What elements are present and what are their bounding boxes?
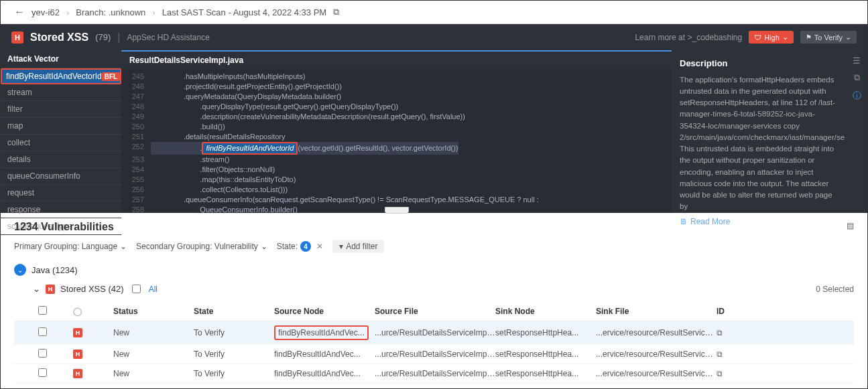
cell-state: To Verify	[194, 349, 274, 359]
state-filter-count: 4	[300, 241, 311, 252]
attack-vector-item[interactable]: filter	[1, 101, 121, 118]
flag-icon: ⚑	[806, 33, 812, 41]
attack-vector-item[interactable]: map	[1, 118, 121, 135]
severity-shield-icon: H	[73, 369, 82, 378]
header-state[interactable]: State	[194, 307, 274, 316]
code-line[interactable]: 255 .map(this::detailsEntityToDto)	[121, 175, 672, 185]
code-line[interactable]: 249 .description(createVulnerabilityMeta…	[121, 112, 672, 122]
header-source-file[interactable]: Source File	[375, 307, 495, 316]
code-line[interactable]: 247 .queryMetadata(QueryDisplayMetadata.…	[121, 92, 672, 102]
cell-source-node: findByResultIdAndVec...	[274, 369, 375, 378]
attack-vector-item[interactable]: collect	[1, 135, 121, 151]
read-more-link[interactable]: 🗎 Read More	[680, 216, 838, 228]
attack-vector-item[interactable]: details	[1, 151, 121, 168]
code-line[interactable]: 256 .collect(Collectors.toList()))	[121, 185, 672, 195]
code-line[interactable]: 248 .queryDisplayType(result.getQuery().…	[121, 102, 672, 112]
header-source-node[interactable]: Source Node	[274, 307, 375, 316]
chevron-down-icon: ⌄	[845, 33, 851, 42]
add-filter-label: Add filter	[346, 242, 377, 251]
detail-body: Attack Vector findByResultIdAndVectorIdB…	[1, 50, 867, 213]
attack-vector-item[interactable]: request	[1, 185, 121, 202]
divider: |	[117, 31, 120, 44]
info-icon[interactable]: ⓘ	[853, 90, 861, 102]
state-label: To Verify	[814, 33, 843, 42]
columns-icon[interactable]: ▤	[847, 221, 854, 230]
back-arrow-icon[interactable]: ←	[14, 6, 25, 18]
severity-shield-icon: H	[73, 328, 82, 337]
finding-count: (79)	[95, 32, 111, 42]
group-row-vulnerability[interactable]: ⌄ H Stored XSS (42) All 0 Selected	[14, 280, 854, 298]
add-filter-button[interactable]: ▾ Add filter	[332, 240, 384, 253]
attack-vector-item[interactable]: response	[1, 202, 121, 218]
code-column: ResultDetailsServiceImpl.java 245 .hasMu…	[121, 50, 672, 213]
header-sink-file[interactable]: Sink File	[596, 307, 717, 316]
read-more-label: Read More	[690, 216, 730, 228]
row-checkbox[interactable]	[38, 327, 47, 336]
breadcrumb-branch[interactable]: Branch: .unknown	[76, 7, 145, 17]
cell-state: To Verify	[194, 328, 274, 337]
breadcrumb-sep: ›	[152, 7, 155, 17]
table-row[interactable]: HNewTo VerifyfindByResultIdAndVec......u…	[14, 364, 854, 384]
header-sink-node[interactable]: Sink Node	[495, 307, 596, 316]
learn-more-link[interactable]: Learn more at >_codebashing	[635, 33, 742, 42]
tool-icon-1[interactable]: ☰	[853, 56, 861, 66]
secondary-grouping-label: Secondary Grouping: Vulnerability	[136, 242, 258, 251]
code-line[interactable]: 251 .details(resultDetailsRepository	[121, 132, 672, 142]
severity-dropdown[interactable]: 🛡 High ⌄	[749, 31, 794, 44]
header-checkbox[interactable]	[38, 306, 47, 315]
code-line[interactable]: 253 .stream()	[121, 155, 672, 165]
state-dropdown[interactable]: ⚑ To Verify ⌄	[800, 31, 857, 44]
state-filter-label: State:	[277, 242, 298, 251]
severity-shield-icon: H	[11, 31, 23, 44]
expand-icon[interactable]: ⌄	[14, 264, 26, 276]
doc-icon: 🗎	[680, 216, 688, 228]
cell-source-node: findByResultIdAndVec...	[274, 349, 375, 359]
header-severity[interactable]: ◯	[73, 307, 113, 316]
severity-shield-icon: H	[73, 349, 82, 359]
table-row[interactable]: HNewTo VerifyfindByResultIdAndVec......u…	[14, 321, 854, 345]
description-column: Description The application's formatHttp…	[672, 50, 846, 213]
copy-id-icon[interactable]: ⧉	[717, 349, 743, 359]
clear-state-filter-icon[interactable]: ✕	[316, 242, 323, 251]
header-id[interactable]: ID	[717, 307, 743, 316]
cell-sink-node: setResponseHttpHea...	[495, 349, 596, 359]
attack-vector-item[interactable]: findByResultIdAndVectorIdBFL	[1, 68, 121, 84]
select-all-checkbox[interactable]	[132, 285, 141, 293]
code-content[interactable]: 245 .hasMultipleInputs(hasMultipleInputs…	[121, 69, 672, 213]
chevron-down-icon: ⌄	[120, 242, 127, 251]
code-line[interactable]: 254 .filter(Objects::nonNull)	[121, 165, 672, 175]
breadcrumb-project[interactable]: yev-i62	[32, 7, 60, 17]
code-line[interactable]: 245 .hasMultipleInputs(hasMultipleInputs…	[121, 72, 672, 82]
cell-state: To Verify	[194, 369, 274, 378]
code-line[interactable]: 257 .queueConsumerInfo(scanRequest.getSc…	[121, 195, 672, 205]
expand-icon[interactable]: ⌄	[33, 284, 40, 294]
attack-vector-item[interactable]: stream	[1, 84, 121, 101]
row-checkbox[interactable]	[38, 349, 47, 358]
resize-handle[interactable]	[385, 207, 409, 214]
cell-sink-node: setResponseHttpHea...	[495, 369, 596, 378]
table-row[interactable]: HNewTo VerifyfindByResultIdAndVec......u…	[14, 345, 854, 364]
code-line[interactable]: 252 .findByResultIdAndVectorId(vector.ge…	[121, 142, 672, 155]
state-filter[interactable]: State: 4	[277, 241, 311, 252]
side-toolbar: ☰ ⧉ ⓘ	[846, 50, 867, 213]
primary-grouping-dropdown[interactable]: Primary Grouping: Language ⌄	[14, 242, 127, 251]
group-row-language[interactable]: ⌄ Java (1234)	[14, 260, 854, 280]
breadcrumb-scan[interactable]: Last SAST Scan - August 4, 2022 4:33 PM	[162, 7, 326, 17]
header-status[interactable]: Status	[113, 307, 194, 316]
code-filename: ResultDetailsServiceImpl.java	[121, 52, 672, 69]
detail-panel: H Stored XSS (79) | AppSec HD Assistance…	[1, 24, 867, 213]
copy-id-icon[interactable]: ⧉	[717, 328, 743, 337]
all-link[interactable]: All	[149, 285, 158, 294]
copy-icon[interactable]: ⧉	[854, 72, 860, 83]
assist-label[interactable]: AppSec HD Assistance	[127, 33, 209, 42]
attack-vector-item[interactable]: queueConsumerInfo	[1, 168, 121, 185]
code-line[interactable]: 250 .build())	[121, 122, 672, 132]
cell-sink-file: ...ervice/resource/ResultService.java	[596, 328, 717, 337]
copy-id-icon[interactable]: ⧉	[717, 369, 743, 378]
description-title: Description	[680, 57, 838, 70]
copy-icon[interactable]: ⧉	[333, 7, 339, 17]
code-line[interactable]: 246 .projectId(result.getProjectEntity()…	[121, 82, 672, 92]
chevron-down-icon: ⌄	[782, 33, 788, 42]
secondary-grouping-dropdown[interactable]: Secondary Grouping: Vulnerability ⌄	[136, 242, 267, 251]
row-checkbox[interactable]	[38, 368, 47, 377]
